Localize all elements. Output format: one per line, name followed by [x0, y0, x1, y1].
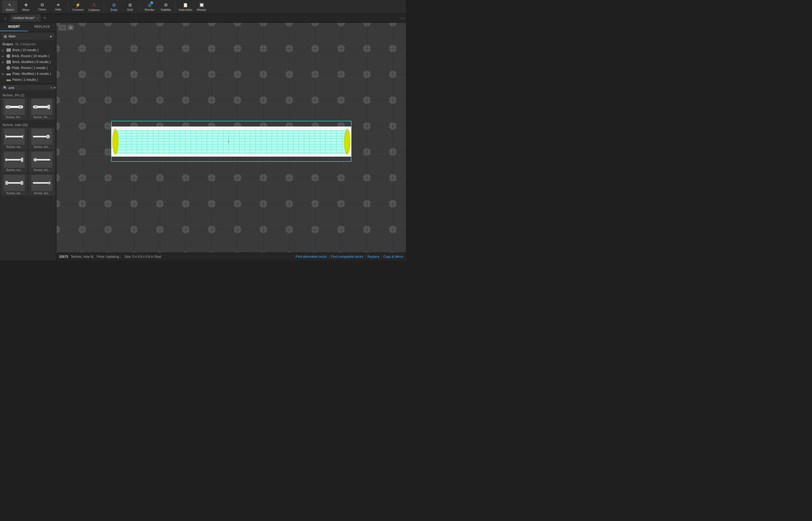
- part-card-technic-axle-0[interactable]: Technic, Axl...: [1, 128, 27, 150]
- brick-icon: [6, 48, 11, 52]
- model-tab[interactable]: Untitled Model* ×: [10, 14, 41, 22]
- shape-item-plate-round[interactable]: ▶ Plate, Round ( 1 results ): [0, 65, 56, 71]
- hide-tool[interactable]: 👁 Hide: [51, 1, 66, 13]
- svg-point-7: [35, 106, 37, 108]
- replace-tab[interactable]: REPLACE: [28, 23, 56, 31]
- axle5-svg: [5, 180, 24, 186]
- hide-label: Hide: [55, 8, 62, 11]
- copy-mirror-link[interactable]: Copy & Mirror: [383, 255, 403, 258]
- find-compatible-link[interactable]: Find compatible bricks: [331, 255, 363, 258]
- part-card-technic-axle-2[interactable]: Technic, Axl...: [1, 151, 27, 173]
- view-button[interactable]: ◎: [68, 25, 73, 30]
- part-id: 32073: [59, 255, 68, 258]
- grid-tool[interactable]: ⊞ Grid: [123, 1, 137, 13]
- part-name: Technic, Axl...: [6, 168, 22, 172]
- instruction-tool[interactable]: 📋 Instruction: [178, 1, 193, 13]
- replace-link[interactable]: Replace: [368, 255, 379, 258]
- stability-tool[interactable]: ⚙ Stability: [158, 1, 173, 13]
- tab-nav: ‹ ›: [401, 16, 404, 20]
- svg-rect-8: [47, 105, 50, 109]
- svg-rect-75: [228, 140, 229, 143]
- axle4-svg: [32, 157, 51, 163]
- left-panel: INSERT REPLACE ⊞ Main ▼ Shapes BL Catego…: [0, 23, 56, 260]
- svg-point-16: [5, 158, 8, 161]
- viewport[interactable]: 🎥 ◎: [56, 23, 406, 260]
- shape-item-brick[interactable]: ▶ Brick ( 10 results ): [0, 47, 56, 53]
- part-card-technic-axle-4[interactable]: Technic, Axl...: [1, 174, 27, 196]
- part-card-technic-axle-3[interactable]: Technic, Axl...: [28, 151, 55, 173]
- add-tab-button[interactable]: +: [42, 15, 48, 21]
- stability-icon: ⚙: [164, 2, 168, 7]
- collision-tool[interactable]: ⚠ Collision: [87, 1, 102, 13]
- axle-3d: [110, 117, 353, 166]
- mosaic-label: Mosaic: [197, 8, 206, 11]
- bl-categories-link[interactable]: BL Categories: [15, 42, 36, 46]
- part-card-technic-axle-1[interactable]: Technic, Axl...: [28, 128, 55, 150]
- insert-replace-tabs: INSERT REPLACE: [0, 23, 56, 31]
- render-tool[interactable]: ◎ ✓ Render: [142, 1, 157, 13]
- move-icon: ✥: [24, 2, 28, 7]
- part-name: Technic, Axl...: [34, 192, 50, 195]
- divider: [0, 83, 56, 84]
- mosaic-icon: 🔲: [199, 2, 204, 7]
- find-alternative-link[interactable]: Find alternative bricks: [295, 255, 327, 258]
- expand-arrow: ▶: [2, 72, 4, 75]
- home-button[interactable]: ⌂: [2, 14, 9, 22]
- part-name: Technic, Axl...: [6, 145, 22, 149]
- clone-tool[interactable]: ⧉ Clone: [35, 1, 50, 13]
- main-dropdown[interactable]: ⊞ Main ▼: [2, 33, 54, 40]
- shape-label: Brick, Modified ( 8 results ): [13, 60, 51, 64]
- main-area: INSERT REPLACE ⊞ Main ▼ Shapes BL Catego…: [0, 23, 406, 260]
- panel-icon: [6, 80, 11, 81]
- shape-item-panel[interactable]: ▶ Panel ( 1 results ): [0, 77, 56, 83]
- svg-point-3: [7, 106, 9, 108]
- plate-round-icon: [6, 66, 10, 70]
- mosaic-tool[interactable]: 🔲 Mosaic: [194, 1, 209, 13]
- technic-pin-group-label: Technic, Pin (2): [1, 92, 55, 98]
- part-thumb: [31, 129, 52, 145]
- part-name: Technic, Axl...: [34, 145, 50, 149]
- svg-rect-28: [115, 136, 347, 136]
- shape-item-plate-modified[interactable]: ▶ Plate, Modified ( 4 results ): [0, 71, 56, 77]
- list-view-button[interactable]: ≡: [53, 86, 56, 90]
- part-thumb: [4, 152, 25, 168]
- main-dropdown-arrow: ▼: [50, 35, 52, 38]
- insert-tab[interactable]: INSERT: [0, 23, 28, 31]
- expand-arrow: ▶: [2, 49, 4, 52]
- svg-rect-15: [7, 159, 21, 161]
- collision-label: Collision: [88, 8, 100, 12]
- instruction-icon: 📋: [183, 2, 188, 7]
- separator-1: |: [329, 255, 329, 258]
- main-dropdown-icon: ⊞: [4, 34, 7, 39]
- shapes-link[interactable]: Shapes: [2, 42, 13, 46]
- part-name: Technic, Axl...: [6, 192, 22, 195]
- shape-label: Plate, Modified ( 4 results ): [13, 72, 51, 76]
- svg-rect-21: [21, 181, 23, 185]
- expand-arrow: ▶: [2, 55, 4, 58]
- connect-tool[interactable]: ⚡ Connect: [70, 1, 85, 13]
- part-card-technic-axle-5[interactable]: Technic, Axl...: [28, 174, 55, 196]
- tab-close-button[interactable]: ×: [37, 17, 38, 20]
- part-card-technic-pin-1[interactable]: Technic, Pin ...: [28, 98, 55, 120]
- select-icon: ↖: [8, 2, 12, 7]
- shape-item-brick-round[interactable]: ▶ Brick, Round ( 19 results ): [0, 53, 56, 59]
- move-tool[interactable]: ✥ Move: [18, 1, 34, 13]
- technic-axle-grid: Technic, Axl... Technic, Axl...: [1, 128, 55, 196]
- tab-nav-next[interactable]: ›: [403, 16, 404, 20]
- shapes-header: Shapes BL Categories: [0, 41, 56, 47]
- search-input[interactable]: [8, 86, 49, 90]
- part-card-technic-pin-0[interactable]: Technic, Pin ...: [1, 98, 27, 120]
- camera-button[interactable]: 🎥: [59, 25, 66, 31]
- part-name: Technic, Pin ...: [33, 116, 50, 119]
- part-name: Technic, Axle 5L: [71, 255, 94, 258]
- svg-rect-11: [22, 135, 23, 138]
- search-clear-button[interactable]: ✕: [50, 86, 52, 90]
- tab-nav-prev[interactable]: ‹: [401, 16, 402, 20]
- snap-tool[interactable]: ⊞ Snap: [106, 1, 121, 13]
- shape-item-brick-modified[interactable]: ▶ Brick, Modified ( 8 results ): [0, 59, 56, 65]
- shape-label: Brick ( 10 results ): [13, 48, 39, 52]
- select-tool[interactable]: ↖ Select: [2, 1, 17, 13]
- svg-rect-31: [115, 144, 347, 144]
- part-thumb: [4, 129, 25, 145]
- svg-rect-22: [33, 182, 49, 184]
